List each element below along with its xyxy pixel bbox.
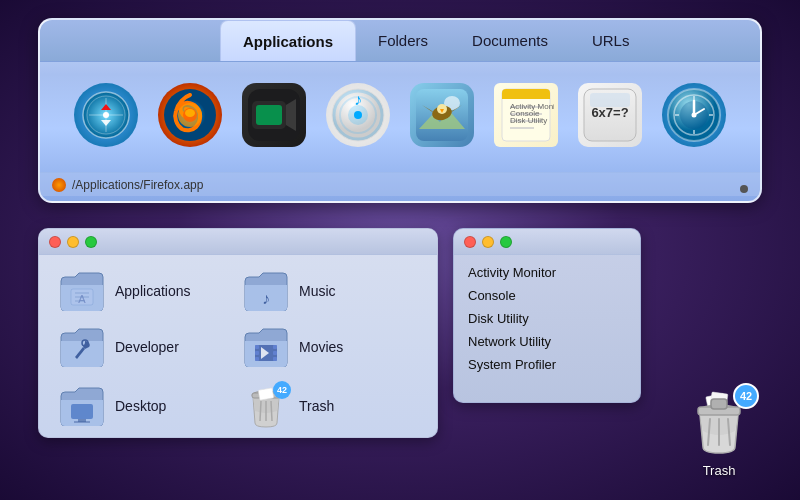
itunes-icon: ♪ [326, 83, 390, 147]
app-icon-notes[interactable]: Activity Monitor Console Disk Utility [490, 83, 562, 155]
svg-text:Disk Utility: Disk Utility [510, 116, 547, 125]
tab-urls[interactable]: URLs [570, 20, 652, 61]
list-window-titlebar [454, 229, 640, 255]
svg-rect-61 [255, 345, 259, 349]
list-item-3[interactable]: Network Utility [464, 332, 630, 351]
svg-rect-31 [502, 95, 550, 99]
app-icon-preview[interactable] [406, 83, 478, 155]
list-traffic-minimize[interactable] [482, 236, 494, 248]
list-traffic-close[interactable] [464, 236, 476, 248]
app-icon-calculator[interactable]: 6x7=? [574, 83, 646, 155]
folder-label-applications: Applications [115, 283, 191, 299]
list-traffic-maximize[interactable] [500, 236, 512, 248]
firefox-icon [158, 83, 222, 147]
folder-item-developer[interactable]: Developer [59, 327, 233, 367]
tabs-row: Applications Folders Documents URLs [40, 20, 760, 62]
list-window: Activity Monitor Console Disk Utility Ne… [453, 228, 641, 403]
svg-rect-14 [256, 105, 282, 125]
folder-grid: A A Applications ♪ Music [39, 255, 437, 437]
window-titlebar [39, 229, 437, 255]
svg-rect-68 [71, 404, 93, 419]
folder-trash-badge: 42 [273, 381, 291, 399]
status-bar: /Applications/Firefox.app [40, 172, 760, 196]
trash-desktop-badge: 42 [733, 383, 759, 409]
list-item-4[interactable]: System Profiler [464, 355, 630, 374]
svg-point-10 [185, 109, 195, 117]
safari-icon [74, 83, 138, 147]
list-item-1[interactable]: Console [464, 286, 630, 305]
facetime-icon [242, 83, 306, 147]
svg-rect-41 [590, 93, 630, 107]
folder-item-applications[interactable]: A A Applications [59, 271, 233, 311]
app-icons-row: ♪ [40, 62, 760, 172]
launcher-bar: Applications Folders Documents URLs [38, 18, 762, 203]
svg-rect-65 [273, 351, 277, 355]
folder-trash-icon: 42 [243, 383, 289, 429]
traffic-light-close[interactable] [49, 236, 61, 248]
folder-label-developer: Developer [115, 339, 179, 355]
svg-rect-66 [273, 357, 277, 361]
list-item-0[interactable]: Activity Monitor [464, 263, 630, 282]
preview-icon [410, 83, 474, 147]
folder-icon-applications: A A [59, 271, 105, 311]
app-icon-timemachine[interactable] [658, 83, 730, 155]
svg-rect-62 [255, 351, 259, 355]
traffic-light-maximize[interactable] [85, 236, 97, 248]
folder-item-movies[interactable]: Movies [243, 327, 417, 367]
timemachine-icon [662, 83, 726, 147]
status-dot [740, 185, 748, 193]
trash-desktop-label: Trash [703, 463, 736, 478]
tab-applications[interactable]: Applications [220, 20, 356, 61]
svg-text:6x7=?: 6x7=? [591, 105, 628, 120]
svg-rect-82 [711, 399, 727, 409]
folder-icon-movies [243, 327, 289, 367]
svg-text:♪: ♪ [262, 290, 270, 307]
tab-folders[interactable]: Folders [356, 20, 450, 61]
app-icon-itunes[interactable]: ♪ [322, 83, 394, 155]
svg-text:♪: ♪ [354, 91, 362, 108]
folder-label-movies: Movies [299, 339, 343, 355]
folder-label-music: Music [299, 283, 336, 299]
folder-item-trash[interactable]: 42 Trash [243, 383, 417, 429]
tab-documents[interactable]: Documents [450, 20, 570, 61]
trash-desktop[interactable]: 42 Trash [683, 387, 755, 478]
svg-point-17 [354, 111, 362, 119]
folder-item-desktop[interactable]: Desktop [59, 383, 233, 429]
notes-icon: Activity Monitor Console Disk Utility [494, 83, 558, 147]
folder-icon-desktop [59, 386, 105, 426]
status-firefox-icon [52, 178, 66, 192]
svg-rect-64 [273, 345, 277, 349]
folder-label-desktop: Desktop [115, 398, 166, 414]
folder-window: A A Applications ♪ Music [38, 228, 438, 438]
svg-rect-77 [258, 388, 274, 400]
folder-label-trash: Trash [299, 398, 334, 414]
traffic-light-minimize[interactable] [67, 236, 79, 248]
list-items-container: Activity Monitor Console Disk Utility Ne… [454, 255, 640, 382]
svg-line-74 [260, 401, 261, 421]
calculator-icon: 6x7=? [578, 83, 642, 147]
status-path: /Applications/Firefox.app [72, 178, 203, 192]
svg-point-47 [692, 113, 697, 118]
folder-icon-developer [59, 327, 105, 367]
app-icon-facetime[interactable] [238, 83, 310, 155]
list-item-2[interactable]: Disk Utility [464, 309, 630, 328]
app-icon-safari[interactable] [70, 83, 142, 155]
folder-item-music[interactable]: ♪ Music [243, 271, 417, 311]
folder-icon-music: ♪ [243, 271, 289, 311]
trash-desktop-icon: 42 [683, 387, 755, 459]
svg-point-6 [103, 112, 109, 118]
svg-line-76 [271, 401, 272, 421]
app-icon-firefox[interactable] [154, 83, 226, 155]
svg-rect-63 [255, 357, 259, 361]
